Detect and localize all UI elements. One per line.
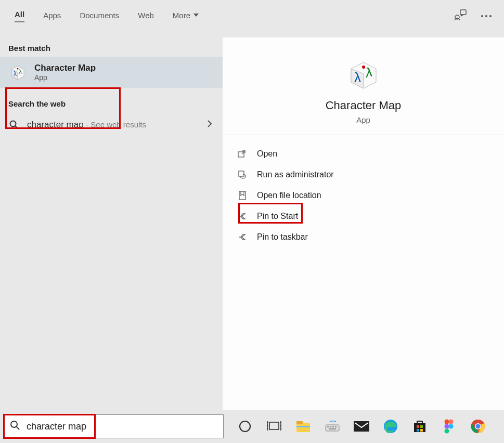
pin-icon [237, 233, 248, 241]
web-result-row[interactable]: character map - See web results [0, 112, 223, 137]
svg-text:λ: λ [366, 64, 372, 81]
svg-rect-36 [335, 426, 337, 427]
edge-browser-icon[interactable] [383, 419, 398, 434]
svg-rect-45 [417, 429, 419, 432]
feedback-icon[interactable] [454, 9, 467, 23]
tab-documents[interactable]: Documents [80, 11, 119, 22]
svg-text:λ: λ [14, 70, 17, 77]
action-pin-taskbar[interactable]: Pin to taskbar [228, 227, 499, 247]
figma-icon[interactable] [441, 419, 457, 434]
tab-all[interactable]: All [15, 10, 24, 22]
microsoft-store-icon[interactable] [412, 419, 428, 434]
result-title: Character Map [34, 63, 96, 73]
action-run-admin[interactable]: Run as administrator [228, 164, 499, 185]
svg-rect-16 [239, 191, 245, 200]
svg-text:λ: λ [19, 68, 22, 75]
details-type: App [233, 115, 494, 124]
tab-web[interactable]: Web [138, 11, 154, 22]
svg-point-6 [17, 68, 19, 70]
file-explorer-icon[interactable] [295, 419, 311, 434]
details-title: Character Map [233, 99, 494, 112]
taskbar-search-box[interactable] [3, 414, 224, 438]
svg-point-48 [449, 420, 454, 424]
svg-rect-32 [326, 425, 339, 431]
action-pin-start-label: Pin to Start [257, 212, 298, 221]
svg-rect-1 [460, 10, 466, 15]
search-icon [8, 120, 20, 129]
svg-rect-20 [269, 422, 279, 429]
svg-point-19 [240, 421, 250, 432]
folder-location-icon [237, 191, 248, 200]
action-open-label: Open [257, 149, 277, 159]
svg-rect-44 [420, 425, 423, 428]
svg-rect-37 [329, 428, 336, 429]
svg-rect-43 [417, 425, 419, 428]
svg-point-50 [449, 424, 454, 429]
action-pin-start[interactable]: Pin to Start [228, 206, 499, 227]
svg-rect-15 [239, 171, 244, 176]
web-query: character map [27, 120, 84, 129]
action-open[interactable]: Open [228, 144, 499, 164]
svg-point-55 [476, 424, 481, 429]
more-options-icon[interactable] [481, 15, 492, 17]
action-run-admin-label: Run as administrator [257, 170, 334, 179]
svg-rect-34 [330, 426, 331, 427]
result-type: App [34, 73, 96, 82]
admin-shield-icon [237, 170, 248, 179]
svg-rect-38 [354, 421, 369, 432]
search-icon [10, 420, 20, 433]
character-map-app-icon: λ λ [8, 63, 27, 82]
pin-icon [237, 212, 248, 220]
results-pane: Best match λ λ Character Map App Search … [0, 32, 223, 410]
svg-point-7 [10, 121, 16, 127]
section-search-web: Search the web [0, 88, 223, 112]
task-view-icon[interactable] [266, 419, 282, 434]
svg-point-17 [11, 421, 17, 427]
svg-line-8 [15, 126, 18, 128]
open-icon [237, 150, 248, 158]
svg-rect-42 [417, 421, 422, 424]
section-best-match: Best match [0, 32, 223, 57]
cortana-icon[interactable] [237, 419, 253, 434]
action-pin-taskbar-label: Pin to taskbar [257, 232, 308, 242]
search-input[interactable] [27, 421, 217, 432]
chevron-right-icon [207, 120, 212, 131]
svg-rect-41 [414, 423, 425, 432]
svg-text:λ: λ [354, 70, 361, 85]
on-screen-keyboard-icon[interactable] [325, 419, 340, 434]
character-map-app-icon-large: λ λ [345, 58, 382, 89]
chevron-down-icon [193, 14, 199, 17]
mail-icon[interactable] [354, 419, 369, 434]
chrome-browser-icon[interactable] [470, 419, 486, 434]
svg-point-13 [362, 66, 365, 69]
actions-list: Open Run as administrator Open file loca… [223, 135, 504, 256]
result-character-map[interactable]: λ λ Character Map App [0, 57, 223, 88]
tab-apps[interactable]: Apps [43, 11, 61, 22]
tab-more[interactable]: More [173, 11, 199, 22]
tabs-bar: All Apps Documents Web More [0, 0, 504, 32]
svg-rect-29 [296, 423, 310, 432]
action-open-location[interactable]: Open file location [228, 185, 499, 206]
svg-line-18 [17, 427, 19, 429]
action-open-location-label: Open file location [257, 191, 321, 200]
svg-rect-33 [327, 426, 329, 427]
svg-rect-30 [296, 421, 303, 424]
details-pane: λ λ Character Map App Open [223, 37, 504, 410]
svg-rect-35 [332, 426, 334, 427]
svg-rect-46 [420, 429, 423, 432]
svg-rect-31 [296, 426, 310, 427]
web-suffix: - See web results [86, 120, 146, 129]
taskbar [0, 410, 504, 443]
tab-more-label: More [173, 11, 190, 20]
